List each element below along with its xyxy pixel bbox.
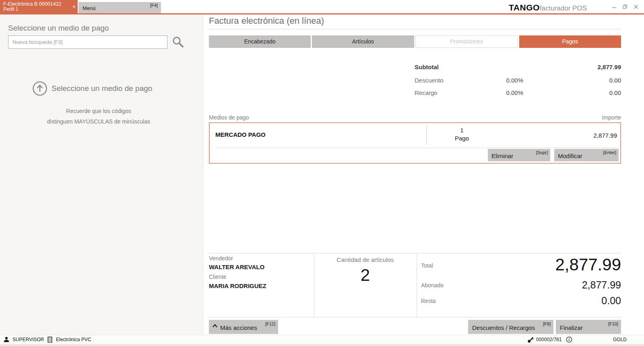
search-input[interactable] xyxy=(8,36,167,48)
title-divider xyxy=(209,29,621,29)
payments-header-right: Importe xyxy=(602,114,621,121)
close-window-icon[interactable] xyxy=(634,4,638,9)
minimize-icon[interactable] xyxy=(612,4,617,9)
app-window: F-Electrónica B 00001422 Perfil 1 × Menú… xyxy=(0,0,644,346)
finalizar-shortcut: [F10] xyxy=(608,321,618,326)
eliminar-button[interactable]: Eliminar [Supr] xyxy=(488,149,550,161)
recargo-percent: 0.00% xyxy=(483,89,523,96)
empty-state-title: Seleccione un medio de pago xyxy=(52,84,152,93)
status-license: GOLD xyxy=(613,337,627,342)
document-tab-profile: Perfil 1 xyxy=(3,7,74,12)
summary-divider-2 xyxy=(417,254,417,317)
resta-value: 0.00 xyxy=(443,295,621,307)
eliminar-shortcut: [Supr] xyxy=(536,150,548,155)
payment-method-name: MERCADO PAGO xyxy=(215,131,266,138)
payment-search-sidebar: Seleccione un medio de pago Seleccione u… xyxy=(0,14,203,335)
sidebar-heading: Seleccione un medio de pago xyxy=(8,24,109,33)
cantidad-value: 2 xyxy=(314,266,417,285)
installments-word: Pago xyxy=(427,135,497,142)
search-icon[interactable] xyxy=(171,35,184,51)
abonado-value: 2,877.99 xyxy=(443,279,621,291)
brand-logo-text: TANGO xyxy=(509,3,540,12)
app-logo: TANGOfacturador POS xyxy=(509,3,587,12)
payments-header: Medios de pago Importe xyxy=(209,114,621,121)
window-controls xyxy=(612,4,638,9)
hint-line-2: distinguen MAYÚSCULAS de minúsculas xyxy=(12,116,185,127)
subtotal-label: Subtotal xyxy=(415,64,483,70)
resta-label: Resta xyxy=(421,298,436,304)
company-icon xyxy=(47,336,53,344)
info-icon[interactable] xyxy=(566,336,572,344)
recargo-row: Recargo 0.00% 0.00 xyxy=(415,89,621,96)
document-tab-active[interactable]: F-Electrónica B 00001422 Perfil 1 × xyxy=(0,0,78,13)
page-title: Factura electrónica (en línea) xyxy=(209,16,324,26)
arrow-up-circle-icon xyxy=(32,81,47,98)
tab-encabezado[interactable]: Encabezado xyxy=(209,35,311,48)
modificar-label: Modificar xyxy=(558,152,582,159)
modificar-button[interactable]: Modificar [Enter] xyxy=(554,149,619,161)
summary-top-divider xyxy=(209,253,621,253)
payment-row-actions: Eliminar [Supr] Modificar [Enter] xyxy=(488,149,619,161)
brand-logo-suffix: facturador POS xyxy=(540,4,587,12)
payments-header-left: Medios de pago xyxy=(209,114,249,121)
menu-tab-label: Menú xyxy=(83,5,96,11)
payment-box-divider xyxy=(215,148,619,148)
search-box xyxy=(8,35,167,49)
recargo-label: Recargo xyxy=(415,89,483,96)
window-bottom-edge xyxy=(0,344,644,346)
descuentos-recargos-button[interactable]: Descuentos / Recargos [F8] xyxy=(468,320,553,334)
status-bar: SUPERVISOR Electrónica PVC 000002/781 GO… xyxy=(0,335,644,344)
mas-acciones-shortcut: [F12] xyxy=(265,321,275,326)
descuentos-label: Descuentos / Recargos xyxy=(472,324,535,331)
payment-installments: 1 Pago xyxy=(427,123,497,142)
tab-pagos[interactable]: Pagos xyxy=(519,35,621,48)
finalizar-label: Finalizar xyxy=(560,324,583,331)
subtotal-value: 2,877.99 xyxy=(523,64,621,70)
vendedor-label: Vendedor xyxy=(209,255,233,262)
payment-amount: 2,877.99 xyxy=(594,132,617,139)
mas-acciones-button[interactable]: Más acciones [F12] xyxy=(209,320,278,334)
descuento-percent: 0.00% xyxy=(483,77,523,84)
descuento-label: Descuento xyxy=(415,77,483,84)
menu-tab[interactable]: Menú [F4] xyxy=(78,2,161,13)
tab-articulos[interactable]: Artículos xyxy=(312,35,414,48)
status-user: SUPERVISOR xyxy=(12,337,44,342)
descuento-row: Descuento 0.00% 0.00 xyxy=(415,77,621,84)
recargo-value: 0.00 xyxy=(523,89,621,96)
payment-row-container: MERCADO PAGO 1 Pago 2,877.99 Eliminar [S… xyxy=(209,122,621,164)
status-company: Electrónica PVC xyxy=(56,337,91,342)
menu-tab-shortcut: [F4] xyxy=(150,3,158,8)
document-tab-title: F-Electrónica B 00001422 xyxy=(3,1,74,7)
cantidad-label: Cantidad de artículos xyxy=(314,256,417,263)
empty-state-hint: Recuerde que los códigos distinguen MAYÚ… xyxy=(12,106,185,127)
status-terminal: 000002/781 xyxy=(536,337,561,342)
finalizar-button[interactable]: Finalizar [F10] xyxy=(556,320,621,334)
vendedor-name: WALTER AREVALO xyxy=(209,264,264,270)
chevron-up-icon xyxy=(212,322,218,330)
user-icon xyxy=(3,336,10,344)
descuento-value: 0.00 xyxy=(523,77,621,84)
modificar-shortcut: [Enter] xyxy=(603,150,616,155)
key-icon xyxy=(527,336,534,345)
cliente-name: MARIA RODRIGUEZ xyxy=(209,282,266,289)
installments-count: 1 xyxy=(427,127,497,134)
invoice-section-tabs: Encabezado Artículos Promociones Pagos xyxy=(209,35,621,48)
restore-icon[interactable] xyxy=(623,4,627,9)
mas-acciones-label: Más acciones xyxy=(220,324,257,331)
summary-divider-1 xyxy=(314,254,314,317)
total-value: 2,877.99 xyxy=(443,255,621,274)
subtotal-row: Subtotal 2,877.99 xyxy=(415,64,621,70)
abonado-label: Abonado xyxy=(421,282,444,288)
total-label: Total xyxy=(421,262,433,269)
close-tab-icon[interactable]: × xyxy=(71,4,77,10)
descuentos-shortcut: [F8] xyxy=(543,321,551,326)
actions-top-divider xyxy=(209,317,621,317)
tab-promociones: Promociones xyxy=(415,35,518,48)
eliminar-label: Eliminar xyxy=(491,152,513,159)
cliente-label: Cliente xyxy=(209,274,227,280)
hint-line-1: Recuerde que los códigos xyxy=(12,106,185,116)
